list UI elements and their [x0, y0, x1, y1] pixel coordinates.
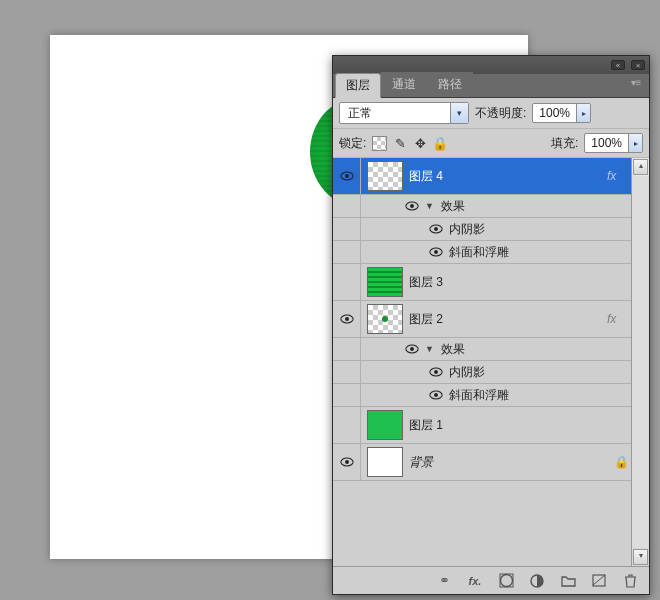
lock-fill-row: 锁定: ✎ ✥ 🔒 填充: 100% ▸: [333, 129, 649, 158]
layer-thumbnail[interactable]: [367, 447, 403, 477]
effect-inner-shadow[interactable]: 内阴影: [333, 218, 631, 241]
svg-point-13: [434, 370, 438, 374]
visibility-toggle[interactable]: [333, 301, 361, 337]
tab-layers[interactable]: 图层: [335, 73, 381, 98]
svg-point-5: [434, 227, 438, 231]
svg-point-11: [410, 347, 414, 351]
lock-image-icon[interactable]: ✎: [393, 136, 407, 150]
layers-panel: « × 图层 通道 路径 ▾≡ 正常 ▾ 不透明度: 100% ▸ 锁定: ✎ …: [332, 55, 650, 595]
adjustment-layer-icon[interactable]: [528, 572, 546, 590]
fx-badge[interactable]: fx: [607, 169, 631, 183]
layer-row-2[interactable]: 图层 2 fx: [333, 301, 631, 338]
eye-icon[interactable]: [429, 390, 443, 400]
opacity-label: 不透明度:: [475, 105, 526, 122]
eye-icon[interactable]: [429, 247, 443, 257]
layer-thumbnail[interactable]: [367, 304, 403, 334]
fill-input[interactable]: 100% ▸: [584, 133, 643, 153]
layer-row-3[interactable]: 图层 3: [333, 264, 631, 301]
effect-inner-shadow[interactable]: 内阴影: [333, 361, 631, 384]
visibility-toggle[interactable]: [333, 444, 361, 480]
chevron-down-icon: ▾: [450, 103, 468, 123]
lock-transparency-icon[interactable]: [372, 136, 387, 151]
effects-header-row[interactable]: ▼效果: [333, 195, 631, 218]
svg-point-3: [410, 204, 414, 208]
opacity-input[interactable]: 100% ▸: [532, 103, 591, 123]
eye-icon: [340, 171, 354, 181]
eye-icon[interactable]: [405, 344, 419, 354]
layer-name: 图层 1: [409, 417, 631, 434]
close-icon[interactable]: ×: [631, 60, 645, 70]
layer-row-1[interactable]: 图层 1: [333, 407, 631, 444]
layer-thumbnail[interactable]: [367, 410, 403, 440]
visibility-toggle[interactable]: [333, 407, 361, 443]
fill-value: 100%: [585, 136, 628, 150]
blend-mode-value: 正常: [340, 105, 450, 122]
tab-channels[interactable]: 通道: [381, 72, 427, 97]
effect-bevel-emboss[interactable]: 斜面和浮雕: [333, 241, 631, 264]
layer-style-icon[interactable]: fx.: [466, 572, 484, 590]
link-layers-icon[interactable]: ⚭: [435, 572, 453, 590]
eye-icon[interactable]: [405, 201, 419, 211]
new-layer-icon[interactable]: [590, 572, 608, 590]
layer-name: 图层 3: [409, 274, 631, 291]
triangle-down-icon: ▼: [425, 201, 435, 211]
svg-point-18: [500, 575, 512, 587]
lock-indicator-icon: 🔒: [611, 455, 631, 469]
panel-tabs: 图层 通道 路径 ▾≡: [333, 74, 649, 98]
svg-point-15: [434, 393, 438, 397]
opacity-value: 100%: [533, 106, 576, 120]
layer-thumbnail[interactable]: [367, 267, 403, 297]
svg-point-7: [434, 250, 438, 254]
layer-name: 背景: [409, 454, 611, 471]
layer-mask-icon[interactable]: [497, 572, 515, 590]
lock-label: 锁定:: [339, 135, 366, 152]
effect-name: 内阴影: [449, 221, 485, 238]
svg-point-9: [345, 317, 349, 321]
eye-icon: [340, 314, 354, 324]
effects-header-row[interactable]: ▼效果: [333, 338, 631, 361]
scroll-track[interactable]: [632, 176, 649, 548]
group-layers-icon[interactable]: [559, 572, 577, 590]
tab-paths[interactable]: 路径: [427, 72, 473, 97]
layer-row-4[interactable]: 图层 4 fx: [333, 158, 631, 195]
scroll-down-icon[interactable]: ▾: [633, 549, 648, 565]
eye-icon[interactable]: [429, 367, 443, 377]
svg-point-17: [345, 460, 349, 464]
layer-name: 图层 2: [409, 311, 607, 328]
effects-label: 效果: [441, 341, 465, 358]
opacity-arrow-icon: ▸: [576, 104, 590, 122]
panel-menu-icon[interactable]: ▾≡: [627, 77, 645, 91]
effects-label: 效果: [441, 198, 465, 215]
layers-list: 图层 4 fx ▼效果 内阴影 斜面和浮雕: [333, 158, 631, 566]
visibility-toggle[interactable]: [333, 158, 361, 194]
blend-mode-dropdown[interactable]: 正常 ▾: [339, 102, 469, 124]
fx-badge[interactable]: fx: [607, 312, 631, 326]
svg-point-1: [345, 174, 349, 178]
lock-all-icon[interactable]: 🔒: [433, 136, 447, 150]
triangle-down-icon: ▼: [425, 344, 435, 354]
effect-name: 内阴影: [449, 364, 485, 381]
effect-bevel-emboss[interactable]: 斜面和浮雕: [333, 384, 631, 407]
fill-arrow-icon: ▸: [628, 134, 642, 152]
scroll-up-icon[interactable]: ▴: [633, 159, 648, 175]
collapse-icon[interactable]: «: [611, 60, 625, 70]
layer-row-background[interactable]: 背景 🔒: [333, 444, 631, 481]
layer-thumbnail[interactable]: [367, 161, 403, 191]
eye-icon: [340, 457, 354, 467]
layers-bottom-toolbar: ⚭ fx.: [333, 566, 649, 594]
blend-opacity-row: 正常 ▾ 不透明度: 100% ▸: [333, 98, 649, 129]
effect-name: 斜面和浮雕: [449, 387, 509, 404]
eye-icon[interactable]: [429, 224, 443, 234]
delete-layer-icon[interactable]: [621, 572, 639, 590]
effect-name: 斜面和浮雕: [449, 244, 509, 261]
visibility-toggle[interactable]: [333, 264, 361, 300]
scrollbar[interactable]: ▴ ▾: [631, 158, 649, 566]
fill-label: 填充:: [551, 135, 578, 152]
lock-position-icon[interactable]: ✥: [413, 136, 427, 150]
layer-name: 图层 4: [409, 168, 607, 185]
